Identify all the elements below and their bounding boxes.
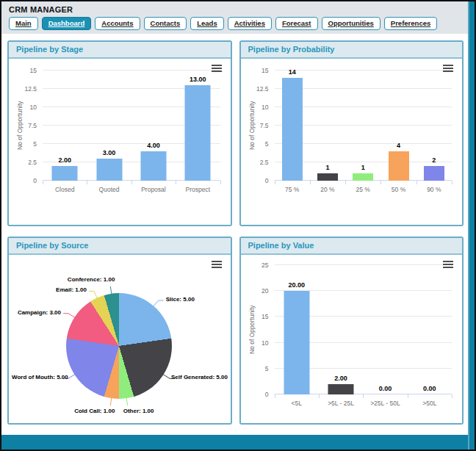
y-tick-label: 0 [265, 391, 269, 398]
x-tick [275, 181, 275, 184]
y-tick-label: 5 [33, 140, 37, 148]
bar-slot: 2.00Closed [43, 71, 87, 181]
chart-pipeline-by-source: Slice: 5.00Self Generated: 5.00Other: 1.… [9, 255, 231, 423]
tab-dashboard[interactable]: Dashboard [42, 17, 92, 30]
bar-slot: 2.00>5L - 25L [319, 265, 363, 394]
y-tick-label: 5 [265, 365, 269, 372]
y-axis-title: No of Opportunity [15, 71, 25, 181]
bar-slot: 4.00Proposal [131, 71, 176, 181]
panel-pipeline-by-stage: Pipeline by Stage 02.557.51012.5152.00Cl… [7, 40, 232, 226]
bar-value-label: 3.00 [103, 149, 116, 156]
x-axis-label: >25L - 50L [363, 400, 407, 407]
x-tick [220, 181, 221, 184]
bar-value-label: 4 [397, 142, 400, 149]
pie-label: Self Generated: 5.00 [171, 374, 228, 380]
x-axis-label: Prospect [176, 186, 220, 193]
y-tick-label: 12.5 [24, 85, 37, 93]
bar-slot: 120 % [310, 71, 345, 181]
panel-pipeline-by-value: Pipeline by Value 051015202520.00<5L2.00… [239, 237, 464, 425]
app-window: CRM MANAGER Main Dashboard Accounts Cont… [0, 0, 476, 451]
bar-slot: 0.00>50L [408, 265, 452, 394]
bar-plot-area: 02.557.51012.5152.00Closed3.00Quoted4.00… [43, 71, 220, 181]
x-tick [87, 181, 87, 184]
bar-slot: 20.00<5L [275, 265, 319, 394]
panel-title: Pipeline by Probability [248, 45, 335, 54]
y-tick-label: 15 [262, 313, 268, 320]
tab-opportunities[interactable]: Opportunities [322, 17, 381, 30]
panel-pipeline-by-source: Pipeline by Source Slice: 5.00Self Gener… [7, 237, 232, 425]
tab-main[interactable]: Main [9, 17, 38, 30]
panel-title: Pipeline by Source [16, 241, 88, 250]
y-tick-label: 5 [265, 140, 269, 148]
panel-pipeline-by-probability: Pipeline by Probability 02.557.51012.515… [239, 40, 464, 226]
x-tick [131, 181, 132, 184]
bar-prospect[interactable] [185, 85, 211, 181]
y-tick-label: 20 [262, 287, 268, 295]
chart-pipeline-by-stage: 02.557.51012.5152.00Closed3.00Quoted4.00… [9, 59, 231, 225]
bar-quoted[interactable] [96, 159, 122, 181]
bar-90-[interactable] [424, 166, 444, 181]
tab-forecast[interactable]: Forecast [275, 17, 318, 30]
x-tick [452, 181, 452, 184]
panel-title: Pipeline by Value [248, 241, 314, 250]
pie-label: Word of Mouth: 5.00 [12, 374, 68, 380]
x-axis-label: Proposal [131, 186, 176, 193]
x-tick [310, 181, 311, 184]
hamburger-menu-icon[interactable] [443, 65, 453, 72]
x-tick [408, 394, 408, 398]
x-axis-label: <5L [275, 400, 319, 407]
y-tick-label: 12.5 [256, 85, 269, 93]
bar-plot-area: 051015202520.00<5L2.00>5L - 25L0.00>25L … [275, 265, 452, 394]
bar-75-[interactable] [282, 78, 303, 181]
hamburger-menu-icon[interactable] [443, 261, 453, 268]
pie-label: Other: 1.00 [123, 408, 154, 414]
app-header: CRM MANAGER Main Dashboard Accounts Cont… [1, 1, 475, 34]
pie-label: Email: 1.00 [56, 286, 87, 293]
tab-activities[interactable]: Activities [228, 17, 272, 30]
bar--5l-25l[interactable] [328, 384, 354, 394]
bar--5l[interactable] [284, 291, 309, 394]
y-tick-label: 2.5 [260, 159, 269, 166]
y-tick-label: 15 [30, 67, 37, 74]
window-right-border [468, 1, 475, 450]
x-axis-label: >5L - 25L [319, 400, 363, 407]
bar-value-label: 1 [325, 164, 329, 171]
bar-value-label: 14 [289, 68, 296, 76]
bar-value-label: 4.00 [147, 142, 160, 149]
x-axis-label: Closed [43, 186, 87, 193]
pie-label: Cold Call: 1.00 [74, 408, 115, 414]
bar-25-[interactable] [353, 173, 373, 181]
tab-leads[interactable]: Leads [190, 17, 223, 30]
bar-value-label: 0.00 [379, 385, 392, 392]
x-tick [452, 394, 452, 398]
tab-contacts[interactable]: Contacts [144, 17, 187, 30]
x-tick [345, 181, 346, 184]
panel-header: Pipeline by Stage [9, 42, 231, 59]
chart-pipeline-by-value: 051015202520.00<5L2.00>5L - 25L0.00>25L … [241, 255, 463, 423]
tab-accounts[interactable]: Accounts [95, 17, 140, 30]
bar-20-[interactable] [317, 173, 338, 181]
tab-preferences[interactable]: Preferences [384, 17, 437, 30]
bar-50-[interactable] [389, 151, 409, 181]
y-tick-label: 10 [262, 339, 268, 347]
pie-connector-lines [9, 255, 231, 423]
y-tick-label: 15 [262, 67, 268, 74]
panel-header: Pipeline by Probability [241, 42, 463, 59]
bar-proposal[interactable] [140, 151, 166, 181]
pie-label: Conference: 1.00 [68, 276, 115, 283]
bar-closed[interactable] [52, 166, 78, 181]
y-tick-label: 2.5 [28, 159, 37, 166]
bar-value-label: 2.00 [334, 375, 347, 382]
bar-slot: 125 % [345, 71, 381, 181]
bar-slot: 0.00>25L - 50L [363, 265, 407, 394]
bar-slot: 450 % [381, 71, 416, 181]
y-axis-title: No of Opportunity [247, 265, 257, 394]
x-tick [43, 181, 43, 184]
hamburger-menu-icon[interactable] [212, 65, 222, 72]
y-tick-label: 7.5 [28, 122, 37, 129]
y-tick-label: 10 [30, 104, 37, 111]
hamburger-menu-icon[interactable] [212, 261, 222, 268]
dashboard-grid: Pipeline by Stage 02.557.51012.5152.00Cl… [1, 34, 468, 435]
x-tick [416, 181, 417, 184]
panel-header: Pipeline by Source [9, 238, 231, 255]
